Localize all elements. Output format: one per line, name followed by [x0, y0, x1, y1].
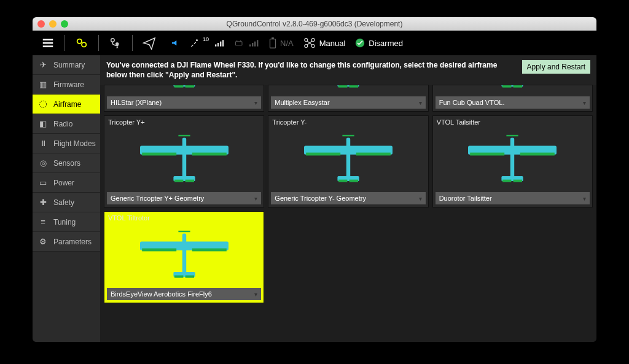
sidebar-item-radio[interactable]: ◧ Radio	[33, 114, 100, 134]
plan-button[interactable]	[104, 33, 127, 53]
svg-rect-11	[254, 42, 256, 47]
svg-rect-76	[178, 231, 190, 232]
sidebar-item-flightmodes[interactable]: ⏸ Flight Modes	[33, 134, 100, 153]
svg-rect-60	[342, 135, 354, 136]
svg-rect-62	[471, 153, 505, 156]
svg-rect-71	[192, 249, 226, 252]
megaphone-icon	[171, 38, 181, 48]
svg-rect-34	[338, 85, 347, 88]
svg-rect-67	[514, 180, 522, 182]
svg-rect-59	[350, 180, 358, 182]
chevron-down-icon: ▾	[254, 195, 257, 202]
svg-rect-13	[270, 39, 276, 48]
menu-button[interactable]	[36, 33, 60, 53]
window-title: QGroundControl v2.8.0-469-g6006dc3 (Deve…	[33, 20, 596, 28]
svg-rect-54	[306, 153, 340, 156]
airframe-icon	[37, 99, 49, 110]
announce-button[interactable]	[171, 38, 181, 48]
svg-rect-64	[510, 138, 514, 179]
airframe-select[interactable]: Fun Cub Quad VTOL.▾	[436, 96, 590, 109]
airframe-select-label: BirdsEyeView Aerobotics FireFly6	[111, 290, 212, 298]
airframe-card[interactable]: Tricopter Y- Generic Tricopter Y- Geomet…	[268, 115, 428, 207]
sensor-icon: ◎	[37, 158, 49, 169]
airframe-select[interactable]: Multiplex Easystar▾	[271, 96, 425, 109]
svg-rect-68	[507, 135, 518, 136]
arm-label: Disarmed	[369, 39, 403, 48]
arm-status[interactable]: Disarmed	[355, 38, 403, 48]
svg-rect-70	[142, 249, 176, 252]
chevron-down-icon: ▾	[583, 195, 586, 202]
sidebar-item-airframe[interactable]: Airframe	[33, 95, 100, 114]
sidebar-item-label: Tuning	[53, 218, 76, 227]
mode-status[interactable]: Manual	[303, 37, 346, 48]
svg-rect-14	[272, 37, 274, 39]
svg-rect-46	[142, 153, 176, 156]
airframe-card[interactable]: Fun Cub Quad VTOL.▾	[432, 85, 593, 112]
sidebar-item-power[interactable]: ▭ Power	[33, 173, 100, 193]
airframe-image	[104, 224, 264, 285]
header-strip: You've connected a DJI Flame Wheel F330.…	[100, 55, 596, 85]
status-bar: 10 N/A	[171, 37, 403, 48]
airframe-card[interactable]: VTOL Tailsitter Duorotor Tailsitter▾	[432, 115, 593, 207]
svg-rect-47	[192, 153, 226, 156]
sidebar-item-label: Summary	[53, 61, 85, 69]
airframe-image	[433, 85, 592, 94]
app-window: QGroundControl v2.8.0-469-g6006dc3 (Deve…	[33, 17, 596, 342]
airframe-select[interactable]: Generic Tricopter Y- Geometry▾	[271, 192, 425, 204]
airframe-card-title: VTOL Tiltrotor	[104, 212, 264, 224]
airframe-select[interactable]: Duorotor Tailsitter▾	[436, 192, 590, 204]
sidebar-item-tuning[interactable]: ≡ Tuning	[33, 212, 100, 232]
sidebar-item-label: Safety	[53, 198, 74, 207]
sidebar-item-summary[interactable]: ✈ Summary	[33, 55, 100, 75]
airframe-image	[104, 85, 264, 94]
titlebar: QGroundControl v2.8.0-469-g6006dc3 (Deve…	[33, 17, 596, 31]
airframe-select[interactable]: BirdsEyeView Aerobotics FireFly6▾	[107, 288, 261, 300]
airframe-card[interactable]: Multiplex Easystar▾	[268, 85, 428, 112]
airframe-card[interactable]: Tricopter Y+ Generic Tricopter Y+ Geomet…	[104, 115, 264, 207]
signal-bars-dim-icon	[249, 39, 259, 47]
sidebar-item-sensors[interactable]: ◎ Sensors	[33, 153, 100, 173]
gears-icon	[75, 36, 88, 50]
satellite-icon	[190, 38, 201, 48]
paper-plane-icon	[143, 36, 156, 50]
sidebar-item-label: Firmware	[53, 80, 84, 89]
airframe-select-label: Generic Tricopter Y+ Geometry	[111, 195, 204, 202]
minimize-icon[interactable]	[49, 20, 57, 28]
airframe-card[interactable]: VTOL Tiltrotor BirdsEyeView Aerobotics F…	[104, 211, 264, 303]
airframe-image	[433, 128, 592, 190]
airframe-card-title: Tricopter Y+	[104, 116, 264, 128]
svg-rect-43	[514, 85, 522, 88]
svg-point-1	[82, 42, 86, 47]
svg-rect-51	[185, 180, 193, 182]
svg-rect-4	[215, 44, 216, 46]
svg-rect-55	[356, 153, 391, 156]
signal-bars-icon	[215, 39, 225, 47]
svg-point-0	[77, 39, 82, 44]
airframe-select-label: Multiplex Easystar	[275, 99, 329, 106]
fly-button[interactable]	[138, 33, 161, 53]
sidebar-item-safety[interactable]: ✚ Safety	[33, 193, 100, 212]
chevron-down-icon: ▾	[419, 99, 422, 106]
airframe-card-title: VTOL Tailsitter	[433, 116, 592, 128]
apply-restart-button[interactable]: Apply and Restart	[522, 60, 590, 74]
setup-button[interactable]	[70, 33, 93, 53]
medkit-icon: ✚	[37, 197, 49, 208]
airframe-select[interactable]: HILStar (XPlane)▾	[107, 96, 261, 109]
close-icon[interactable]	[37, 20, 45, 28]
rc-icon	[235, 39, 246, 47]
airframe-select[interactable]: Generic Tricopter Y+ Geometry▾	[107, 192, 261, 204]
sat-status: 10	[190, 38, 225, 48]
chip-icon: ▥	[37, 79, 49, 90]
airframe-card[interactable]: HILStar (XPlane)▾	[104, 85, 264, 112]
svg-point-20	[39, 101, 46, 107]
maximize-icon[interactable]	[61, 20, 68, 28]
battery-label: N/A	[280, 39, 294, 48]
sliders-icon: ≡	[37, 217, 49, 228]
mode-label: Manual	[319, 39, 346, 48]
sidebar: ✈ Summary ▥ Firmware Airframe ◧ Radio ⏸ …	[33, 55, 100, 342]
airframe-select-label: Fun Cub Quad VTOL.	[439, 99, 505, 106]
sidebar-item-firmware[interactable]: ▥ Firmware	[33, 75, 100, 95]
chevron-down-icon: ▾	[254, 291, 257, 298]
sidebar-item-parameters[interactable]: ⚙ Parameters	[33, 232, 100, 252]
chevron-down-icon: ▾	[583, 99, 586, 106]
